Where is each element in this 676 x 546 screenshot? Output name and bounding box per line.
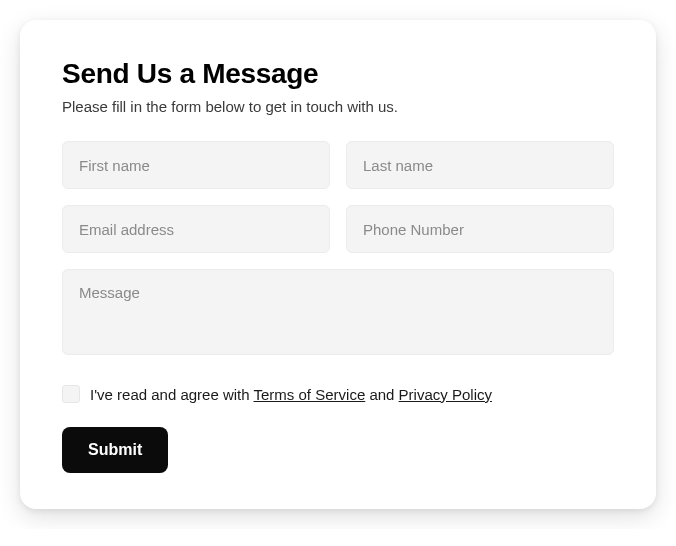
contact-form-card: Send Us a Message Please fill in the for…	[20, 20, 656, 509]
agree-row: I've read and agree with Terms of Servic…	[62, 385, 614, 403]
last-name-input[interactable]	[346, 141, 614, 189]
phone-input[interactable]	[346, 205, 614, 253]
form-subtitle: Please fill in the form below to get in …	[62, 98, 614, 115]
privacy-policy-link[interactable]: Privacy Policy	[399, 386, 492, 403]
agree-checkbox[interactable]	[62, 385, 80, 403]
agree-connector: and	[365, 386, 398, 403]
email-input[interactable]	[62, 205, 330, 253]
message-textarea[interactable]	[62, 269, 614, 355]
submit-button[interactable]: Submit	[62, 427, 168, 473]
form-title: Send Us a Message	[62, 58, 614, 90]
agree-prefix: I've read and agree with	[90, 386, 254, 403]
row-contact	[62, 205, 614, 253]
agree-text: I've read and agree with Terms of Servic…	[90, 386, 492, 403]
first-name-input[interactable]	[62, 141, 330, 189]
row-name	[62, 141, 614, 189]
terms-of-service-link[interactable]: Terms of Service	[254, 386, 366, 403]
